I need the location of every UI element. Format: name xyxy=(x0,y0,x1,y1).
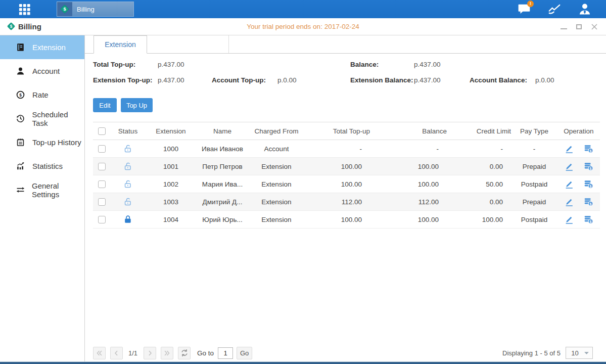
cell-extension: 1003 xyxy=(146,193,196,211)
svg-text:$: $ xyxy=(590,167,592,171)
cell-credit_limit: 0.00 xyxy=(447,193,511,211)
cell-balance: 112.00 xyxy=(370,193,447,211)
topup-coins-icon[interactable]: $ xyxy=(583,197,593,207)
cell-total_topup: 112.00 xyxy=(304,193,370,211)
refresh-icon[interactable] xyxy=(178,347,191,359)
notification-badge: ! xyxy=(527,1,534,7)
minimize-button[interactable] xyxy=(560,23,568,31)
cell-operation: $ xyxy=(557,158,600,175)
extension-icon xyxy=(16,42,26,53)
row-checkbox[interactable] xyxy=(98,216,106,223)
cell-balance: 100.00 xyxy=(370,158,447,175)
page-size-value: 10 xyxy=(566,349,584,357)
cell-extension: 1001 xyxy=(146,158,196,175)
row-checkbox[interactable] xyxy=(98,180,106,188)
sidebar-item-top-up-history[interactable]: Top-up History xyxy=(0,130,84,154)
edit-icon[interactable] xyxy=(564,197,574,207)
topup-coins-icon[interactable]: $ xyxy=(583,179,593,189)
sidebar-item-extension[interactable]: Extension xyxy=(0,35,84,59)
cell-total_topup: 100.00 xyxy=(304,211,370,229)
sidebar: ExtensionAccount$RateScheduled TaskTop-u… xyxy=(0,35,85,361)
chart-icon[interactable] xyxy=(545,3,564,16)
account-topup-label: Account Top-up: xyxy=(212,76,266,84)
top-up-button[interactable]: Top Up xyxy=(121,98,153,112)
extension-balance-value: p.437.00 xyxy=(414,76,441,84)
lock-open-icon[interactable] xyxy=(123,179,133,189)
cell-charged_from: Extension xyxy=(249,193,304,211)
account-icon xyxy=(16,66,26,76)
svg-text:$: $ xyxy=(590,185,592,189)
svg-text:$: $ xyxy=(63,7,66,12)
content-area: Extension Total Top-up: p.437.00 Balance… xyxy=(85,35,606,361)
next-page-button[interactable] xyxy=(144,347,156,359)
go-button[interactable]: Go xyxy=(237,347,252,359)
cell-operation: $ xyxy=(557,140,600,158)
goto-page-input[interactable] xyxy=(218,347,233,359)
cell-charged_from: Extension xyxy=(249,211,304,229)
edit-icon[interactable] xyxy=(564,144,574,154)
cell-operation: $ xyxy=(557,175,600,193)
cell-total_topup: - xyxy=(304,140,370,158)
lock-open-icon[interactable] xyxy=(123,144,133,154)
cell-credit_limit: 50.00 xyxy=(447,175,511,193)
billing-app-window: $ Billing ! $ Billing Your trial period … xyxy=(0,0,606,364)
column-header: Operation xyxy=(557,122,600,140)
row-checkbox[interactable] xyxy=(98,198,106,206)
table-row: 1001Петр ПетровExtension100.00100.000.00… xyxy=(93,158,600,175)
edit-button[interactable]: Edit xyxy=(93,98,117,112)
account-balance-label: Account Balance: xyxy=(470,76,527,84)
tab-extension[interactable]: Extension xyxy=(94,35,147,54)
edit-icon[interactable] xyxy=(564,214,574,224)
apps-grid-icon[interactable] xyxy=(17,3,32,15)
last-page-button[interactable] xyxy=(161,347,173,359)
page-size-select[interactable]: 10 xyxy=(566,347,593,359)
topup-coins-icon[interactable]: $ xyxy=(583,144,593,154)
edit-icon[interactable] xyxy=(564,179,574,189)
user-icon[interactable] xyxy=(576,3,594,16)
column-header: Total Top-up xyxy=(304,122,370,140)
sidebar-item-account[interactable]: Account xyxy=(0,59,84,83)
scheduled-task-icon xyxy=(16,114,26,124)
topup-coins-icon[interactable]: $ xyxy=(583,161,593,171)
first-page-button[interactable] xyxy=(93,347,106,359)
cell-charged_from: Extension xyxy=(249,158,304,175)
window-bottom-edge xyxy=(0,361,606,364)
table-header-row: StatusExtensionNameCharged FromTotal Top… xyxy=(93,122,600,140)
maximize-button[interactable] xyxy=(575,23,583,31)
cell-total_topup: 100.00 xyxy=(304,175,370,193)
messages-icon[interactable]: ! xyxy=(515,3,533,16)
tab-ghost xyxy=(147,35,229,53)
cell-pay_type: Postpaid xyxy=(511,211,557,229)
tab-strip: Extension xyxy=(85,35,606,54)
taskbar-tab-label: Billing xyxy=(77,6,95,13)
row-checkbox[interactable] xyxy=(98,163,106,170)
cell-pay_type: Prepaid xyxy=(511,193,557,211)
sidebar-item-general-settings[interactable]: General Settings xyxy=(0,178,84,202)
table-row: 1000Иван ИвановAccount----$ xyxy=(93,140,600,158)
edit-icon[interactable] xyxy=(564,161,574,171)
sidebar-item-statistics[interactable]: Statistics xyxy=(0,154,84,178)
lock-closed-icon[interactable] xyxy=(123,214,133,224)
cell-credit_limit: 0.00 xyxy=(447,158,511,175)
lock-open-icon[interactable] xyxy=(123,161,133,171)
close-button[interactable] xyxy=(590,23,598,31)
sidebar-item-rate[interactable]: $Rate xyxy=(0,83,84,107)
select-all-checkbox[interactable] xyxy=(98,127,106,135)
prev-page-button[interactable] xyxy=(110,347,123,359)
topup-coins-icon[interactable]: $ xyxy=(583,214,593,224)
svg-text:$: $ xyxy=(590,220,592,224)
rate-icon: $ xyxy=(16,90,26,100)
total-topup-value: p.437.00 xyxy=(158,61,184,68)
account-topup-value: p.0.00 xyxy=(277,76,297,84)
table-row: 1004Юрий Юрь...Extension100.00100.00100.… xyxy=(93,211,600,229)
svg-text:$: $ xyxy=(590,149,592,153)
table-row: 1003Дмитрий Д...Extension112.00112.000.0… xyxy=(93,193,600,211)
cell-name: Дмитрий Д... xyxy=(196,193,249,211)
chevron-down-icon xyxy=(584,351,589,355)
lock-open-icon[interactable] xyxy=(123,197,133,207)
row-checkbox[interactable] xyxy=(98,145,106,153)
taskbar-tab-billing[interactable]: $ Billing xyxy=(57,2,134,17)
sidebar-item-scheduled-task[interactable]: Scheduled Task xyxy=(0,107,84,130)
cell-extension: 1004 xyxy=(146,211,196,229)
cell-pay_type: Prepaid xyxy=(511,158,557,175)
